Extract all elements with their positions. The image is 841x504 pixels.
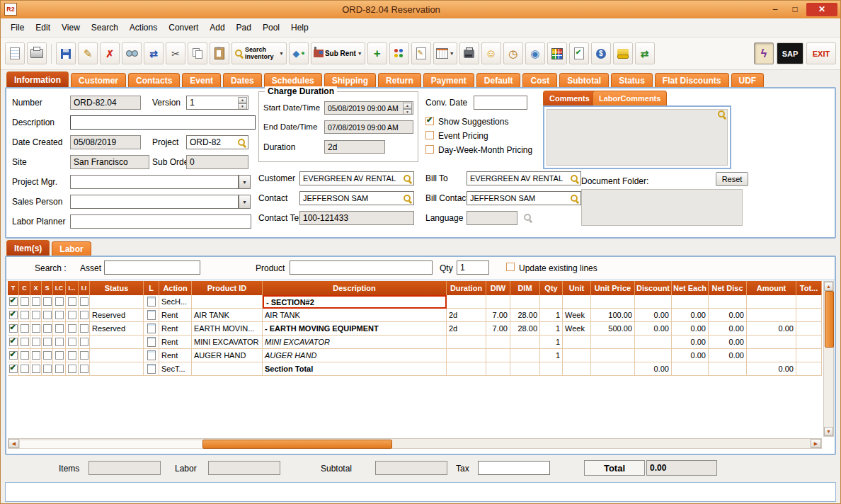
language-field[interactable]: [467, 211, 517, 225]
cell-product-id[interactable]: EARTH MOVIN...: [192, 322, 263, 336]
exchange-button[interactable]: ⇄: [635, 42, 655, 64]
cell-qty[interactable]: 1: [540, 322, 563, 336]
col-duration[interactable]: Duration: [447, 281, 486, 295]
duration-field[interactable]: 2d: [324, 140, 385, 154]
cell-unit-price[interactable]: [591, 349, 635, 362]
menu-actions[interactable]: Actions: [124, 21, 163, 35]
cell-tot[interactable]: [796, 295, 822, 309]
tab-labor[interactable]: Labor: [52, 241, 91, 256]
cell-net-disc[interactable]: 0.00: [709, 322, 747, 336]
row-checkbox[interactable]: [55, 338, 64, 346]
row-checkbox[interactable]: [21, 365, 29, 373]
cell-diw[interactable]: [486, 349, 510, 362]
cell-dim[interactable]: [510, 362, 540, 376]
asset-search-input[interactable]: [104, 260, 200, 275]
exit-button[interactable]: EXIT: [806, 42, 836, 64]
customer-search-icon[interactable]: [403, 174, 412, 183]
shapes-button[interactable]: ◆●: [289, 42, 309, 64]
cell-action[interactable]: Rent: [159, 349, 192, 362]
cell-discount[interactable]: 0.00: [635, 362, 672, 376]
col-qty[interactable]: Qty: [540, 281, 563, 295]
cell-description[interactable]: - EARTH MOVING EQUIPMENT: [263, 322, 447, 336]
contact-field[interactable]: JEFFERSON SAM: [299, 191, 414, 205]
show-suggestions-checkbox[interactable]: [425, 117, 434, 125]
cell-net-each[interactable]: 0.00: [672, 309, 709, 322]
row-checkbox[interactable]: [32, 324, 40, 333]
cell-amount[interactable]: [747, 295, 796, 309]
row-checkbox[interactable]: [32, 338, 40, 346]
tab-return[interactable]: Return: [378, 73, 421, 87]
col-tot[interactable]: Tot...: [796, 281, 822, 295]
cell-diw[interactable]: [486, 295, 510, 309]
cell-amount[interactable]: [747, 309, 796, 322]
menu-pool[interactable]: Pool: [257, 21, 285, 35]
project-mgr-field[interactable]: [70, 175, 239, 189]
cell-amount[interactable]: [747, 349, 796, 362]
find-button[interactable]: [122, 42, 142, 64]
history-button[interactable]: ◷: [503, 42, 523, 64]
description-field[interactable]: [70, 115, 256, 130]
search-inventory-button[interactable]: Search Inventory ▼: [231, 42, 287, 64]
col-unit-price[interactable]: Unit Price: [591, 281, 635, 295]
cell-dim[interactable]: 28.00: [510, 322, 540, 336]
vertical-scroll-thumb[interactable]: [825, 291, 834, 348]
row-checkbox[interactable]: [80, 351, 88, 360]
cell-duration[interactable]: [447, 336, 486, 349]
project-search-icon[interactable]: [237, 138, 246, 147]
col-discount[interactable]: Discount: [635, 281, 672, 295]
tab-event[interactable]: Event: [182, 73, 221, 87]
cell-duration[interactable]: 2d: [447, 322, 486, 336]
row-checkbox[interactable]: [43, 351, 52, 360]
row-checkbox[interactable]: [9, 311, 18, 319]
cell-unit-price[interactable]: [591, 362, 635, 376]
cell-status[interactable]: Reserved: [90, 322, 144, 336]
cell-net-each[interactable]: 0.00: [672, 349, 709, 362]
cut-button[interactable]: ✂: [166, 42, 185, 64]
bill-to-search-icon[interactable]: [570, 174, 579, 183]
row-checkbox[interactable]: [55, 311, 64, 319]
tab-dates[interactable]: Dates: [223, 73, 262, 87]
col-amount[interactable]: Amount: [747, 281, 796, 295]
row-checkbox[interactable]: [68, 324, 76, 333]
horizontal-scroll-thumb[interactable]: [202, 440, 392, 449]
start-datetime-field[interactable]: 05/08/2019 09:00 AM▲▼: [324, 101, 413, 115]
cell-unit-price[interactable]: 500.00: [591, 322, 635, 336]
cell-discount[interactable]: 0.00: [635, 309, 672, 322]
row-checkbox[interactable]: [68, 338, 76, 346]
cell-description-selected[interactable]: - SECTION#2: [263, 295, 447, 309]
cell-dim[interactable]: [510, 336, 540, 349]
bill-contact-field[interactable]: JEFFERSON SAM: [467, 191, 581, 205]
notes-button[interactable]: [411, 42, 431, 64]
col-dim[interactable]: DIM: [510, 281, 540, 295]
col-ii[interactable]: I.I: [79, 281, 90, 295]
project-field[interactable]: ORD-82: [186, 135, 248, 149]
sub-orders-field[interactable]: 0: [186, 155, 248, 169]
product-search-input[interactable]: [290, 260, 433, 275]
row-checkbox[interactable]: [32, 297, 40, 306]
menu-view[interactable]: View: [56, 21, 86, 35]
cell-amount[interactable]: 0.00: [747, 362, 796, 376]
cell-product-id[interactable]: AUGER HAND: [192, 349, 263, 362]
cell-unit[interactable]: Week: [563, 322, 591, 336]
col-status[interactable]: Status: [90, 281, 144, 295]
availability-button[interactable]: [547, 42, 567, 64]
calendar-button[interactable]: ▼: [433, 42, 457, 64]
row-checkbox[interactable]: [80, 311, 88, 319]
row-checkbox[interactable]: [43, 324, 52, 333]
row-checkbox[interactable]: [55, 365, 64, 373]
cell-product-id[interactable]: [192, 362, 263, 376]
comments-text-area[interactable]: [547, 109, 728, 166]
payment-button[interactable]: [613, 42, 633, 64]
col-net-each[interactable]: Net Each: [672, 281, 709, 295]
sales-person-field[interactable]: [70, 195, 239, 209]
row-checkbox[interactable]: [55, 297, 64, 306]
add-line-button[interactable]: +: [367, 42, 387, 64]
scroll-up-arrow[interactable]: ▲: [824, 282, 833, 291]
sub-rent-button[interactable]: Sub Rent ▼: [311, 42, 365, 64]
cell-unit[interactable]: [563, 295, 591, 309]
delete-button[interactable]: ✗: [100, 42, 120, 64]
cell-net-each[interactable]: 0.00: [672, 322, 709, 336]
row-checkbox[interactable]: [9, 324, 18, 333]
cell-duration[interactable]: 2d: [447, 309, 486, 322]
col-i2[interactable]: I...: [66, 281, 79, 295]
